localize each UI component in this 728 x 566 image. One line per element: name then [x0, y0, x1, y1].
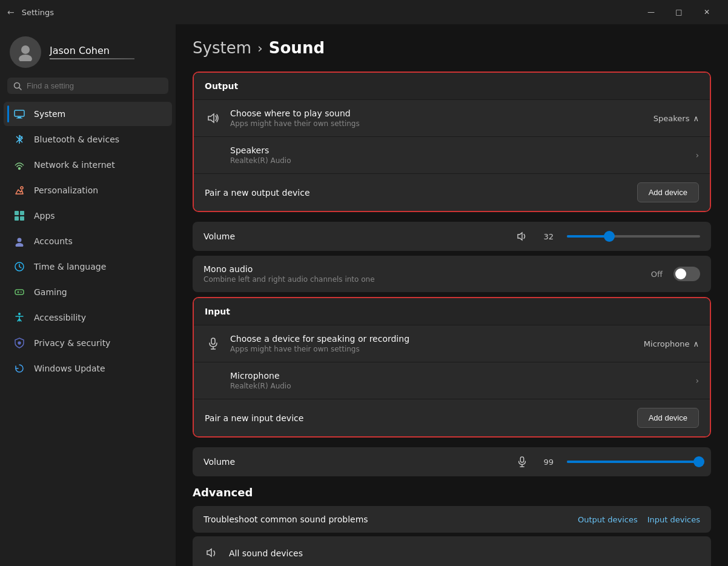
back-button[interactable]: ←: [7, 7, 15, 17]
sidebar-item-network[interactable]: Network & internet: [4, 153, 172, 177]
output-header: Output: [194, 73, 710, 99]
app-body: Jason Cohen System: [0, 24, 728, 566]
output-choose-row[interactable]: Choose where to play sound Apps might ha…: [194, 99, 710, 136]
svg-rect-9: [15, 211, 19, 215]
mic-chevron-right-icon: ›: [695, 376, 699, 385]
minimize-button[interactable]: —: [637, 2, 665, 22]
pair-output-row[interactable]: Pair a new output device Add device: [194, 173, 710, 211]
input-volume-slider[interactable]: [567, 461, 700, 463]
all-sound-row[interactable]: All sound devices: [193, 536, 711, 566]
user-info: Jason Cohen: [50, 45, 134, 59]
pair-input-row[interactable]: Pair a new input device Add device: [194, 399, 710, 436]
microphone-text: Microphone Realtek(R) Audio: [205, 371, 687, 390]
add-input-device-button[interactable]: Add device: [637, 408, 699, 428]
output-choose-text: Choose where to play sound Apps might ha…: [230, 108, 645, 128]
sidebar-item-apps[interactable]: Apps: [4, 204, 172, 228]
output-choose-sub: Apps might have their own settings: [230, 119, 645, 128]
sidebar-item-privacy[interactable]: Privacy & security: [4, 331, 172, 355]
sidebar-item-system[interactable]: System: [4, 102, 172, 126]
accounts-icon: [13, 235, 25, 247]
titlebar-title: Settings: [22, 8, 632, 17]
sidebar: Jason Cohen System: [0, 24, 176, 566]
output-volume-label: Volume: [204, 231, 508, 241]
network-icon: [13, 159, 25, 171]
close-button[interactable]: ✕: [693, 2, 721, 22]
sidebar-label-bluetooth: Bluetooth & devices: [34, 135, 119, 144]
apps-icon: [13, 210, 25, 222]
search-input[interactable]: [27, 81, 162, 90]
microphone-row[interactable]: Microphone Realtek(R) Audio ›: [194, 362, 710, 399]
microphone-label: Microphone: [230, 371, 687, 381]
output-section: Output Choose where to play sound Apps m…: [193, 72, 711, 212]
svg-point-0: [21, 45, 30, 54]
svg-rect-6: [16, 118, 22, 119]
output-devices-link[interactable]: Output devices: [578, 515, 638, 524]
speakers-text: Speakers Realtek(R) Audio: [205, 145, 687, 165]
input-choose-row[interactable]: Choose a device for speaking or recordin…: [194, 325, 710, 362]
output-volume-value: 32: [537, 232, 554, 241]
time-icon: [13, 261, 25, 273]
sidebar-item-accessibility[interactable]: Accessibility: [4, 305, 172, 330]
mono-controls: Off: [651, 267, 700, 281]
troubleshoot-row[interactable]: Troubleshoot common sound problems Outpu…: [193, 506, 711, 533]
input-section: Input Choose a device for speaking or re…: [193, 297, 711, 438]
mono-toggle[interactable]: [673, 267, 700, 281]
sidebar-item-gaming[interactable]: Gaming: [4, 280, 172, 304]
output-volume-thumb: [604, 231, 615, 242]
speakers-row[interactable]: Speakers Realtek(R) Audio ›: [194, 136, 710, 173]
sidebar-label-accessibility: Accessibility: [34, 313, 86, 322]
avatar: [10, 36, 41, 68]
svg-rect-11: [15, 216, 19, 221]
breadcrumb-system[interactable]: System: [193, 39, 251, 57]
pair-input-label: Pair a new input device: [205, 413, 629, 423]
mono-label: Mono audio: [204, 264, 651, 274]
sidebar-label-gaming: Gaming: [34, 287, 67, 297]
breadcrumb-current: Sound: [269, 39, 325, 57]
output-volume-row[interactable]: Volume 32: [193, 222, 711, 251]
output-choose-label: Choose where to play sound: [230, 108, 645, 118]
output-volume-fill: [567, 235, 609, 238]
user-name: Jason Cohen: [50, 45, 134, 56]
mono-audio-row[interactable]: Mono audio Combine left and right audio …: [193, 256, 711, 292]
breadcrumb-arrow: ›: [257, 41, 263, 56]
user-section[interactable]: Jason Cohen: [0, 24, 176, 78]
mono-sub: Combine left and right audio channels in…: [204, 275, 651, 284]
sidebar-label-network: Network & internet: [34, 160, 115, 170]
bluetooth-icon: [13, 133, 25, 145]
sidebar-label-system: System: [34, 109, 65, 119]
all-sound-icon: [204, 545, 220, 562]
maximize-button[interactable]: □: [665, 2, 693, 22]
input-volume-value: 99: [537, 458, 554, 467]
input-volume-row[interactable]: Volume 99: [193, 447, 711, 476]
sidebar-item-bluetooth[interactable]: Bluetooth & devices: [4, 127, 172, 151]
input-chevron-up-icon: ∧: [693, 339, 699, 348]
input-header: Input: [194, 298, 710, 325]
svg-point-8: [21, 187, 23, 189]
advanced-header: Advanced: [193, 486, 711, 499]
main-content: System › Sound Output Choose where to pl…: [176, 24, 728, 566]
add-output-device-button[interactable]: Add device: [637, 182, 699, 202]
input-devices-link[interactable]: Input devices: [647, 515, 700, 524]
svg-point-14: [16, 243, 24, 247]
sidebar-item-update[interactable]: Windows Update: [4, 356, 172, 381]
chevron-right-icon: ›: [695, 150, 699, 160]
sidebar-item-time[interactable]: Time & language: [4, 255, 172, 279]
privacy-icon: [13, 337, 25, 349]
chevron-up-icon: ∧: [693, 114, 699, 123]
microphone-sub: Realtek(R) Audio: [230, 382, 687, 390]
sidebar-label-time: Time & language: [34, 262, 106, 271]
volume-speaker-icon: [516, 230, 528, 242]
sidebar-item-accounts[interactable]: Accounts: [4, 229, 172, 253]
sidebar-label-update: Windows Update: [34, 364, 105, 373]
search-box[interactable]: [7, 78, 168, 94]
output-volume-slider[interactable]: [567, 235, 700, 238]
mono-text: Mono audio Combine left and right audio …: [204, 264, 651, 284]
mic-volume-icon: [516, 456, 528, 468]
input-volume-thumb: [693, 456, 704, 467]
input-choose-sub: Apps might have their own settings: [230, 345, 635, 353]
personalization-icon: [13, 184, 25, 196]
gaming-icon: [13, 286, 25, 298]
sidebar-item-personalization[interactable]: Personalization: [4, 178, 172, 202]
svg-point-7: [19, 168, 21, 170]
input-volume-label: Volume: [204, 457, 508, 467]
